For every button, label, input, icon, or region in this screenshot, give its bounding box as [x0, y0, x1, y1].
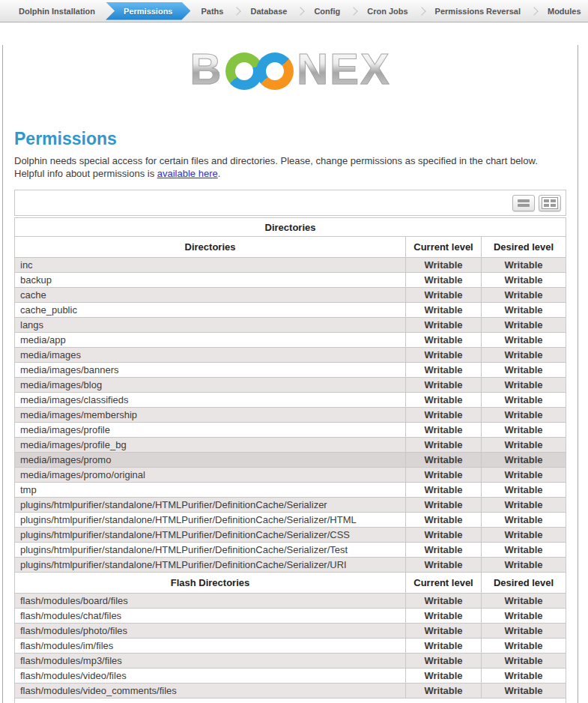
directory-name-cell: plugins/htmlpurifier/standalone/HTMLPuri… — [15, 558, 406, 573]
permissions-table: DirectoriesDirectoriesCurrent levelDesir… — [14, 217, 566, 703]
current-level-cell: Writable — [406, 513, 482, 528]
table-row: flash/modules/video/filesWritableWritabl… — [15, 669, 566, 684]
directory-name-cell: flash/modules/mp3/files — [15, 654, 406, 669]
current-level-cell: Writable — [406, 453, 482, 468]
tab-database[interactable]: Database — [240, 0, 297, 22]
desired-level-cell: Writable — [482, 654, 566, 669]
logo-letter-b: B — [190, 46, 222, 92]
current-level-cell: Writable — [406, 378, 482, 393]
table-row: langsWritableWritable — [15, 318, 566, 333]
desired-level-cell: Writable — [482, 498, 566, 513]
table-row: incWritableWritable — [15, 258, 566, 273]
desired-level-cell: Writable — [482, 378, 566, 393]
table-caption: Directories — [15, 218, 566, 237]
current-level-cell: Writable — [406, 408, 482, 423]
current-level-cell: Writable — [406, 438, 482, 453]
logo-letters-nex: NEX — [297, 46, 390, 92]
tab-paths[interactable]: Paths — [191, 0, 233, 22]
desired-level-cell: Writable — [482, 543, 566, 558]
section-header: Directories — [15, 237, 406, 258]
directory-name-cell: backup — [15, 273, 406, 288]
directory-name-cell: flash/modules/video/files — [15, 669, 406, 684]
directory-name-cell: inc — [15, 258, 406, 273]
current-level-cell: Writable — [406, 288, 482, 303]
directory-name-cell: media/images/profile_bg — [15, 438, 406, 453]
current-level-cell: Writable — [406, 258, 482, 273]
table-row: media/images/profileWritableWritable — [15, 423, 566, 438]
desired-level-cell: Writable — [482, 348, 566, 363]
table-row: media/imagesWritableWritable — [15, 348, 566, 363]
directory-name-cell: cache_public — [15, 303, 406, 318]
desired-level-cell: Writable — [482, 363, 566, 378]
section-header-row: Flash DirectoriesCurrent levelDesired le… — [15, 573, 566, 594]
chevron-right-icon — [530, 7, 538, 15]
table-row: cacheWritableWritable — [15, 288, 566, 303]
current-level-cell: Writable — [406, 393, 482, 408]
table-row: plugins/htmlpurifier/standalone/HTMLPuri… — [15, 498, 566, 513]
current-level-cell: Writable — [406, 624, 482, 639]
tab-dolphin-installation[interactable]: Dolphin Installation — [9, 0, 105, 22]
desired-level-cell: Writable — [482, 558, 566, 573]
directory-name-cell: media/images/blog — [15, 378, 406, 393]
directory-name-cell: media/images/promo — [15, 453, 406, 468]
current-level-cell: Writable — [406, 684, 482, 699]
tab-permissions-reversal[interactable]: Permissions Reversal — [425, 0, 530, 22]
view-toolbar — [14, 190, 566, 216]
table-row: plugins/htmlpurifier/standalone/HTMLPuri… — [15, 543, 566, 558]
grid-view-button[interactable] — [539, 195, 561, 211]
table-row: media/images/promoWritableWritable — [15, 453, 566, 468]
directory-name-cell: media/images/promo/original — [15, 468, 406, 483]
current-level-cell: Writable — [406, 273, 482, 288]
tab-config[interactable]: Config — [304, 0, 350, 22]
current-level-cell: Writable — [406, 333, 482, 348]
desired-level-cell: Writable — [482, 609, 566, 624]
table-row: backupWritableWritable — [15, 273, 566, 288]
table-row: media/images/classifiedsWritableWritable — [15, 393, 566, 408]
desired-level-cell: Writable — [482, 288, 566, 303]
desired-level-cell: Writable — [482, 639, 566, 654]
current-level-header: Current level — [406, 573, 482, 594]
desired-level-header: Desired level — [482, 573, 566, 594]
table-row: plugins/htmlpurifier/standalone/HTMLPuri… — [15, 558, 566, 573]
directory-name-cell: plugins/htmlpurifier/standalone/HTMLPuri… — [15, 543, 406, 558]
current-level-cell: Writable — [406, 558, 482, 573]
installer-steps-tabbar: Dolphin InstallationPermissionsPathsData… — [0, 0, 588, 22]
current-level-cell: Writable — [406, 669, 482, 684]
directory-name-cell: tmp — [15, 483, 406, 498]
table-row: media/images/profile_bgWritableWritable — [15, 438, 566, 453]
logo-ring-blue-orange-icon — [256, 52, 294, 90]
available-here-link[interactable]: available here — [157, 168, 218, 179]
chevron-right-icon — [233, 7, 241, 15]
directory-name-cell: media/images — [15, 348, 406, 363]
table-row: flash/modules/photo/filesWritableWritabl… — [15, 624, 566, 639]
clipped-row — [15, 699, 566, 703]
desired-level-cell: Writable — [482, 303, 566, 318]
grid-view-icon — [542, 197, 558, 209]
current-level-cell: Writable — [406, 639, 482, 654]
section-header-row: DirectoriesCurrent levelDesired level — [15, 237, 566, 258]
desired-level-cell: Writable — [482, 453, 566, 468]
desired-level-cell: Writable — [482, 624, 566, 639]
desired-level-cell: Writable — [482, 318, 566, 333]
tab-permissions[interactable]: Permissions — [106, 2, 190, 20]
desired-level-cell: Writable — [482, 438, 566, 453]
desired-level-cell: Writable — [482, 273, 566, 288]
current-level-cell: Writable — [406, 318, 482, 333]
directory-name-cell: media/images/membership — [15, 408, 406, 423]
directory-name-cell: langs — [15, 318, 406, 333]
list-view-button[interactable] — [512, 195, 535, 211]
current-level-cell: Writable — [406, 543, 482, 558]
table-row: flash/modules/video_comments/filesWritab… — [15, 684, 566, 699]
page-container: B NEX Permissions Dolphin needs special … — [2, 45, 578, 703]
tab-cron-jobs[interactable]: Cron Jobs — [357, 0, 417, 22]
desired-level-header: Desired level — [482, 237, 566, 258]
current-level-cell: Writable — [406, 363, 482, 378]
clipped-row-cell — [15, 699, 566, 703]
desired-level-cell: Writable — [482, 393, 566, 408]
intro-text: Dolphin needs special access for certain… — [14, 154, 566, 180]
tab-modules[interactable]: Modules — [538, 0, 588, 22]
current-level-cell: Writable — [406, 348, 482, 363]
chevron-right-icon — [417, 7, 425, 15]
desired-level-cell: Writable — [482, 528, 566, 543]
table-row: flash/modules/board/filesWritableWritabl… — [15, 594, 566, 609]
